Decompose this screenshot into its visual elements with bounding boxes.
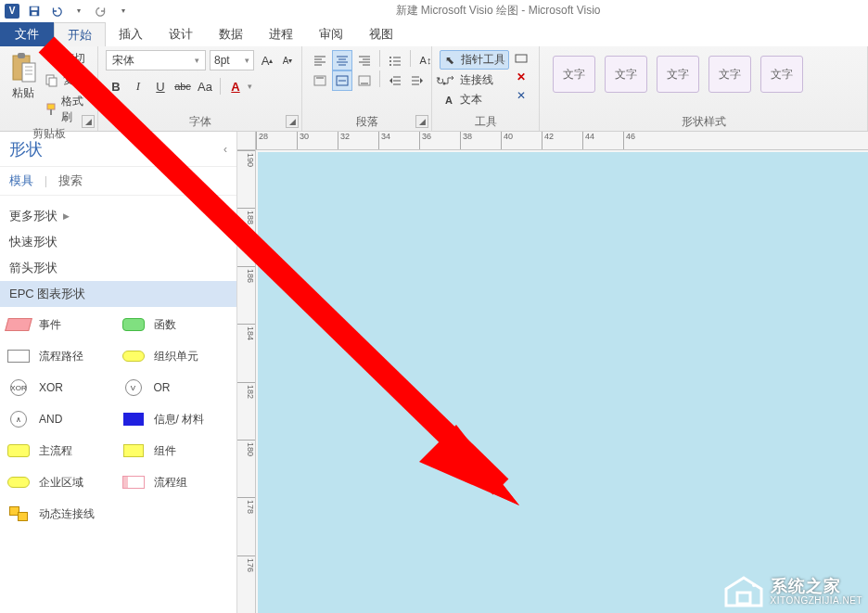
paragraph-group-label: 段落 xyxy=(310,114,424,129)
font-color-button[interactable]: A xyxy=(225,76,246,96)
epc-shapes-item[interactable]: EPC 图表形状 xyxy=(0,281,236,307)
text-tool-button[interactable]: A文本 xyxy=(440,91,509,109)
shape-info-material[interactable]: 信息/ 材料 xyxy=(121,411,232,428)
paragraph-launcher[interactable]: ◢ xyxy=(415,115,428,128)
shape-process-group[interactable]: 流程组 xyxy=(121,474,232,491)
style-preset-3[interactable]: 文字 xyxy=(657,56,699,93)
watermark-text-en: XITONGZHIJIA.NET xyxy=(771,595,863,606)
drawing-page[interactable] xyxy=(258,152,868,613)
shape-enterprise-area[interactable]: 企业区域 xyxy=(6,474,117,491)
shape-and[interactable]: ∧AND xyxy=(6,411,117,428)
svg-point-25 xyxy=(389,57,391,58)
more-shapes-item[interactable]: 更多形状▶ xyxy=(0,203,236,229)
style-preset-2[interactable]: 文字 xyxy=(605,56,647,93)
style-preset-1[interactable]: 文字 xyxy=(553,56,595,93)
increase-indent-button[interactable] xyxy=(407,70,428,91)
scissors-icon: ✂ xyxy=(45,52,59,67)
shapes-pane: 形状 ‹ 模具 | 搜索 更多形状▶ 快速形状 箭头形状 EPC 图表形状 事件… xyxy=(0,132,237,613)
process-group-shape-icon xyxy=(121,474,147,491)
connection-point-button[interactable]: ✕ xyxy=(515,89,528,102)
paste-button[interactable]: 粘贴 xyxy=(7,50,39,101)
component-shape-icon xyxy=(121,442,147,459)
align-middle-button[interactable] xyxy=(332,70,352,91)
underline-button[interactable]: U xyxy=(150,76,171,96)
svg-rect-12 xyxy=(50,109,52,115)
text-icon: A xyxy=(442,94,455,107)
visio-logo-icon: V xyxy=(4,3,20,19)
svg-point-29 xyxy=(389,64,391,66)
svg-rect-1 xyxy=(32,6,38,10)
collapse-pane-button[interactable]: ‹ xyxy=(223,143,227,156)
tab-file[interactable]: 文件 xyxy=(0,22,54,46)
align-top-button[interactable] xyxy=(310,70,330,91)
shape-org-unit[interactable]: 组织单元 xyxy=(121,348,232,364)
close-tool-button[interactable]: ✕ xyxy=(515,70,528,83)
align-center-button[interactable] xyxy=(332,50,352,70)
change-case-button[interactable]: Aa xyxy=(195,76,215,96)
tab-process[interactable]: 进程 xyxy=(256,22,306,46)
tab-review[interactable]: 审阅 xyxy=(306,22,356,46)
cut-button[interactable]: ✂剪切 xyxy=(43,50,90,68)
qat-customize-dropdown[interactable]: ▾ xyxy=(115,3,132,19)
copy-button[interactable]: 复制 xyxy=(43,71,90,89)
shape-function[interactable]: 函数 xyxy=(121,316,232,333)
shape-main-process[interactable]: 主流程 xyxy=(6,442,117,459)
watermark-logo-icon xyxy=(724,576,763,607)
svg-rect-10 xyxy=(49,78,57,86)
decrease-indent-button[interactable] xyxy=(385,70,405,91)
grow-font-button[interactable]: A▴ xyxy=(258,51,276,70)
quick-shapes-item[interactable]: 快速形状 xyxy=(0,229,236,255)
undo-button[interactable] xyxy=(48,3,65,19)
shrink-font-button[interactable]: A▾ xyxy=(278,51,297,70)
font-launcher[interactable]: ◢ xyxy=(286,115,299,128)
redo-button[interactable] xyxy=(93,3,109,19)
font-name-combo[interactable]: 宋体▾ xyxy=(106,50,206,70)
pointer-tool-button[interactable]: ⬉指针工具 xyxy=(440,50,509,70)
connector-tool-button[interactable]: 连接线 xyxy=(440,71,509,89)
shape-event[interactable]: 事件 xyxy=(6,316,117,333)
italic-button[interactable]: I xyxy=(128,76,148,96)
font-color-dropdown[interactable]: ▾ xyxy=(248,82,252,91)
watermark-text-cn: 系统之家 xyxy=(771,578,863,596)
tab-home[interactable]: 开始 xyxy=(54,22,106,46)
vertical-ruler[interactable]: 190 188 186 184 182 180 178 176 xyxy=(237,150,256,613)
tab-search[interactable]: 搜索 xyxy=(58,172,83,189)
align-bottom-button[interactable] xyxy=(354,70,375,91)
rectangle-tool-button[interactable] xyxy=(515,52,528,65)
shape-xor[interactable]: XORXOR xyxy=(6,379,117,396)
function-shape-icon xyxy=(121,316,147,333)
bold-button[interactable]: B xyxy=(106,76,126,96)
arrow-shapes-item[interactable]: 箭头形状 xyxy=(0,255,236,281)
event-shape-icon xyxy=(6,316,32,333)
svg-rect-44 xyxy=(516,55,527,62)
enterprise-area-shape-icon xyxy=(6,474,32,491)
align-left-button[interactable] xyxy=(310,50,330,70)
stencil-category-list: 更多形状▶ 快速形状 箭头形状 EPC 图表形状 xyxy=(0,196,236,307)
svg-rect-5 xyxy=(22,63,35,82)
shape-component[interactable]: 组件 xyxy=(121,442,232,459)
clipboard-launcher[interactable]: ◢ xyxy=(82,115,95,128)
strikethrough-button[interactable]: abc xyxy=(172,76,193,96)
tab-insert[interactable]: 插入 xyxy=(106,22,156,46)
align-right-button[interactable] xyxy=(354,50,375,70)
connector-icon xyxy=(442,74,455,87)
bullets-button[interactable] xyxy=(385,50,405,70)
tab-view[interactable]: 视图 xyxy=(356,22,406,46)
tab-stencils[interactable]: 模具 xyxy=(9,172,33,189)
shape-styles-gallery[interactable]: 文字 文字 文字 文字 文字 xyxy=(547,50,803,93)
watermark: 系统之家 XITONGZHIJIA.NET xyxy=(724,576,863,607)
save-button[interactable] xyxy=(26,3,43,19)
style-preset-5[interactable]: 文字 xyxy=(760,56,803,93)
ribbon: 粘贴 ✂剪切 复制 格式刷 剪贴板 ◢ 宋体▾ 8pt▾ A▴ A▾ B xyxy=(0,46,868,132)
style-preset-4[interactable]: 文字 xyxy=(708,56,751,93)
work-area: 形状 ‹ 模具 | 搜索 更多形状▶ 快速形状 箭头形状 EPC 图表形状 事件… xyxy=(0,132,868,613)
font-size-combo[interactable]: 8pt▾ xyxy=(210,50,254,70)
shape-dynamic-connector[interactable]: 动态连接线 xyxy=(6,505,117,522)
tab-data[interactable]: 数据 xyxy=(206,22,256,46)
shape-process-path[interactable]: 流程路径 xyxy=(6,348,117,364)
tab-design[interactable]: 设计 xyxy=(156,22,206,46)
shape-or[interactable]: VOR xyxy=(121,379,232,396)
horizontal-ruler[interactable]: 28 30 32 34 36 38 40 42 44 46 xyxy=(256,132,868,150)
undo-dropdown[interactable]: ▾ xyxy=(70,3,87,19)
info-material-shape-icon xyxy=(121,411,147,428)
